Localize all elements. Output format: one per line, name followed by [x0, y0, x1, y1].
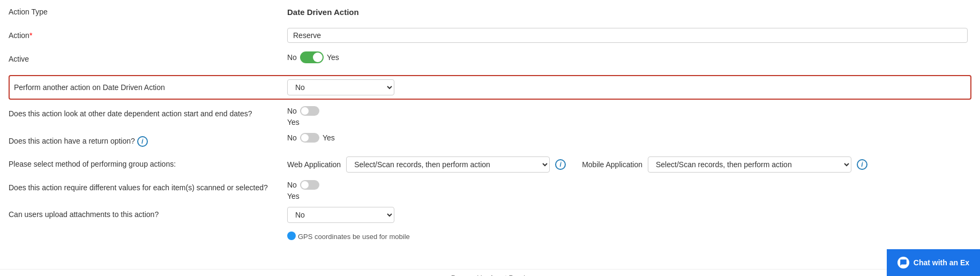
group-action-row: Please select method of performing group… [9, 156, 971, 174]
diff-toggle[interactable] [300, 180, 319, 190]
web-app-info-icon[interactable]: i [555, 159, 566, 170]
active-row: Active No Yes [9, 51, 971, 69]
return-option-info-icon[interactable]: i [137, 136, 148, 147]
group-action-inner: Web Application Select/Scan records, the… [287, 156, 867, 173]
main-content: Action Type Date Driven Action Action* A… [0, 0, 980, 276]
does-look-controls: No Yes [287, 106, 971, 126]
gps-dot-icon [287, 232, 296, 240]
action-type-row: Action Type Date Driven Action [9, 4, 971, 21]
group-action-label: Please select method of performing group… [9, 156, 287, 168]
active-label: Active [9, 51, 287, 63]
diff-yes-label: Yes [287, 192, 300, 200]
web-app-label: Web Application [287, 160, 341, 169]
diff-values-toggle-group: No Yes [287, 180, 319, 200]
mobile-app-label: Mobile Application [582, 160, 642, 169]
footer: Powered by Asset Panda [0, 269, 980, 276]
return-no-label: No [287, 133, 297, 142]
perform-another-controls: No Yes [287, 79, 966, 95]
diff-values-label: Does this action require different value… [9, 180, 287, 192]
diff-no-label: No [287, 181, 297, 189]
active-toggle[interactable] [300, 51, 324, 63]
perform-another-select[interactable]: No Yes [287, 79, 394, 95]
active-yes-label: Yes [327, 53, 339, 62]
date-driven-section: Date Driven Action [287, 4, 971, 17]
upload-label: Can users upload attachments to this act… [9, 207, 287, 219]
gps-row: GPS coordinates be used for mobile [9, 230, 971, 248]
gps-controls: GPS coordinates be used for mobile [287, 230, 971, 241]
chat-bubble-icon [897, 257, 909, 268]
does-look-no-row: No [287, 106, 319, 116]
gps-partial-text: GPS coordinates be used for mobile [298, 230, 410, 241]
does-look-yes-label: Yes [287, 118, 300, 126]
powered-by-text: Powered by Asset Panda [451, 274, 529, 276]
perform-another-row: Perform another action on Date Driven Ac… [9, 75, 971, 100]
does-look-row: Does this action look at other date depe… [9, 106, 971, 126]
active-slider [300, 51, 324, 63]
diff-no-row: No [287, 180, 319, 190]
active-toggle-wrapper: No Yes [287, 51, 971, 63]
return-option-label: Does this action have a return option? i [9, 133, 287, 147]
does-look-toggle[interactable] [300, 106, 319, 116]
return-option-row: Does this action have a return option? i… [9, 133, 971, 150]
upload-select[interactable]: No Yes [287, 207, 394, 223]
return-option-controls: No Yes [287, 133, 971, 143]
diff-yes-row: Yes [287, 192, 319, 200]
return-yes-label: Yes [323, 133, 335, 142]
chat-label: Chat with an Ex [914, 258, 969, 267]
action-input[interactable] [287, 28, 968, 43]
upload-controls: No Yes [287, 207, 971, 223]
does-look-toggle-group: No Yes [287, 106, 319, 126]
return-toggle[interactable] [300, 133, 319, 143]
diff-values-controls: No Yes [287, 180, 971, 200]
gps-label [9, 230, 287, 234]
active-toggle-group: No Yes [287, 51, 339, 63]
chat-svg-icon [900, 259, 907, 266]
does-look-label: Does this action look at other date depe… [9, 106, 287, 118]
action-label: Action* [9, 28, 287, 40]
mobile-app-info-icon[interactable]: i [857, 159, 867, 170]
chat-button[interactable]: Chat with an Ex [887, 249, 980, 276]
does-look-yes-row: Yes [287, 118, 319, 126]
mobile-app-select[interactable]: Select/Scan records, then perform action… [648, 156, 851, 173]
upload-row: Can users upload attachments to this act… [9, 207, 971, 224]
action-row: Action* [9, 28, 971, 45]
active-no-label: No [287, 53, 297, 62]
return-toggle-group: No Yes [287, 133, 335, 143]
action-type-label: Action Type [9, 4, 287, 16]
action-input-wrapper [287, 28, 971, 43]
perform-another-label: Perform another action on Date Driven Ac… [14, 83, 287, 92]
does-look-no-label: No [287, 107, 297, 115]
date-driven-label: Date Driven Action [287, 4, 359, 17]
diff-values-row: Does this action require different value… [9, 180, 971, 200]
web-app-select[interactable]: Select/Scan records, then perform action… [346, 156, 550, 173]
group-action-controls: Web Application Select/Scan records, the… [287, 156, 971, 173]
